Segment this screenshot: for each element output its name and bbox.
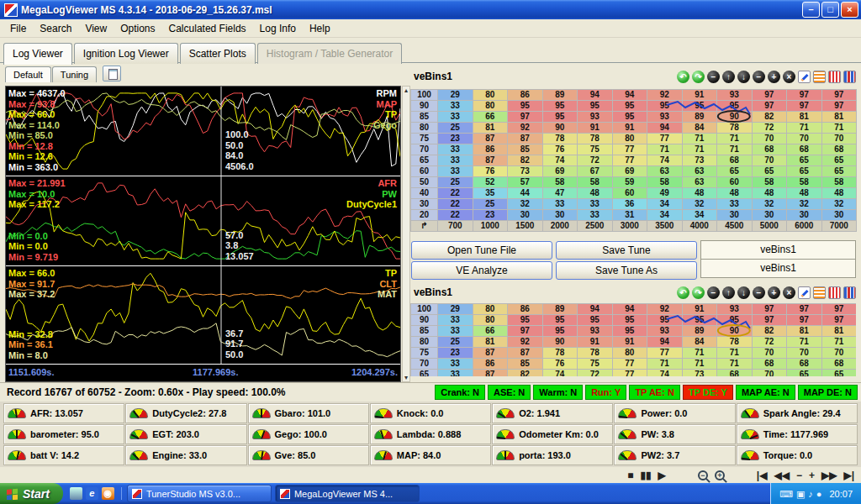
ve-cell[interactable]: 97 — [752, 304, 787, 315]
ve-cell[interactable]: 95 — [682, 315, 717, 326]
ve-cell[interactable]: 86 — [473, 144, 508, 155]
ve-cell[interactable]: 71 — [787, 337, 822, 348]
ve-cell[interactable]: 73 — [508, 166, 543, 177]
ve-cell[interactable]: 58 — [821, 177, 857, 188]
table-chart-icon[interactable] — [843, 286, 856, 299]
ve-cell[interactable]: 48 — [821, 188, 857, 199]
menu-file[interactable]: File — [3, 20, 33, 37]
ve-cell[interactable]: 97 — [821, 101, 857, 112]
ve-cell[interactable]: 71 — [682, 348, 717, 359]
menu-calculated-fields[interactable]: Calculated Fields — [162, 20, 253, 37]
ve-cell[interactable]: 90 — [717, 112, 753, 123]
ve-cell[interactable]: 30 — [752, 210, 787, 221]
ve-cell[interactable]: 97 — [821, 315, 856, 326]
ve-cell[interactable]: 80 — [473, 90, 508, 101]
scale-up-icon[interactable]: + — [768, 71, 780, 83]
ve-cell[interactable]: 80 — [612, 134, 647, 144]
ve-cell[interactable]: 65 — [787, 166, 822, 177]
ve-cell[interactable]: 86 — [473, 359, 508, 370]
ve-cell[interactable]: 97 — [787, 315, 822, 326]
tray-display-icon[interactable]: ▣ — [796, 489, 805, 499]
ve-cell[interactable]: 76 — [473, 166, 508, 177]
ve-cell[interactable]: 81 — [473, 337, 508, 348]
ve-cell[interactable]: 32 — [752, 199, 787, 210]
table-list-item[interactable]: veBins1 — [700, 240, 856, 260]
fast-back-button[interactable]: ◀◀ — [774, 469, 789, 482]
ve-cell[interactable]: 70 — [752, 370, 787, 377]
ve-cell[interactable]: 90 — [717, 326, 753, 337]
ve-cell[interactable]: 76 — [542, 359, 578, 370]
new-view-page-icon[interactable] — [103, 66, 121, 81]
ve-cell[interactable]: 71 — [682, 134, 717, 144]
menu-help[interactable]: Help — [303, 20, 337, 37]
ve-cell[interactable]: 73 — [682, 370, 717, 377]
step-plus-button[interactable]: + — [809, 469, 815, 482]
ve-cell[interactable]: 70 — [821, 348, 856, 359]
close-button[interactable]: × — [841, 2, 858, 18]
ve-cell[interactable]: 33 — [542, 199, 578, 210]
ve-cell[interactable]: 95 — [647, 315, 683, 326]
ve-cell[interactable]: 95 — [612, 101, 647, 112]
ve-cell[interactable]: 94 — [578, 90, 613, 101]
shift-down-icon[interactable]: ↓ — [737, 286, 750, 299]
ve-cell[interactable]: 33 — [438, 112, 473, 123]
ve-cell[interactable]: 65 — [752, 166, 787, 177]
ve-cell[interactable]: 68 — [717, 155, 753, 166]
log-graph-area[interactable]: Max = 4637.0Max = 93.8Max = 66.0Max = 11… — [5, 86, 401, 382]
ve-cell[interactable]: 65 — [787, 155, 822, 166]
ve-cell[interactable]: 85 — [508, 359, 543, 370]
taskbar-task-megalogviewer-ms-4[interactable]: MegaLogViewer MS 4... — [275, 485, 420, 502]
taskbar-task-tunerstudio-ms-v3-0[interactable]: TunerStudio MS v3.0... — [127, 485, 272, 502]
ve-cell[interactable]: 70 — [752, 155, 787, 166]
ve-cell[interactable]: 97 — [508, 326, 543, 337]
ve-cell[interactable]: 33 — [578, 210, 613, 221]
view-tab-tuning[interactable]: Tuning — [52, 66, 97, 82]
ve-cell[interactable]: 65 — [821, 166, 857, 177]
ve-cell[interactable]: 80 — [473, 304, 508, 315]
ve-cell[interactable]: 66 — [473, 326, 508, 337]
ve-cell[interactable]: 78 — [578, 348, 613, 359]
ve-cell[interactable]: 74 — [647, 155, 683, 166]
ve-cell[interactable]: 22 — [438, 210, 473, 221]
go-last-button[interactable]: ▶| — [843, 469, 854, 482]
shift-up-icon[interactable]: ↑ — [722, 286, 735, 299]
ve-cell[interactable]: 48 — [717, 188, 753, 199]
shift-down-icon[interactable]: ↓ — [737, 71, 750, 83]
ve-cell[interactable]: 74 — [647, 370, 683, 377]
ve-cell[interactable]: 74 — [542, 155, 578, 166]
tab-scatter-plots[interactable]: Scatter Plots — [180, 43, 256, 64]
ve-cell[interactable]: 25 — [438, 337, 473, 348]
ve-cell[interactable]: 97 — [508, 112, 543, 123]
ve-cell[interactable]: 80 — [473, 101, 508, 112]
ve-cell[interactable]: 70 — [821, 134, 857, 144]
ve-cell[interactable]: 86 — [508, 90, 543, 101]
ve-cell[interactable]: 29 — [438, 90, 473, 101]
ve-cell[interactable]: 97 — [752, 101, 787, 112]
ve-cell[interactable]: 57 — [508, 177, 543, 188]
ve-cell[interactable]: 33 — [438, 166, 473, 177]
ve-cell[interactable]: 35 — [473, 188, 508, 199]
play-button[interactable]: ▶ — [658, 469, 666, 482]
media-player-icon[interactable]: ◉ — [102, 487, 114, 500]
ve-cell[interactable]: 71 — [682, 144, 717, 155]
ve-cell[interactable]: 58 — [578, 177, 613, 188]
ve-cell[interactable]: 95 — [578, 101, 613, 112]
ve-cell[interactable]: 32 — [821, 199, 857, 210]
ve-cell[interactable]: 89 — [542, 90, 578, 101]
zoom-in-button[interactable]: + — [715, 470, 725, 480]
ve-cell[interactable]: 22 — [438, 199, 473, 210]
ve-cell[interactable]: 95 — [682, 101, 717, 112]
ve-cell[interactable]: 95 — [508, 315, 543, 326]
ve-cell[interactable]: 78 — [578, 134, 613, 144]
ve-cell[interactable]: 90 — [542, 337, 578, 348]
ve-cell[interactable]: 78 — [542, 348, 578, 359]
ve-cell[interactable]: 81 — [787, 326, 822, 337]
ve-cell[interactable]: 33 — [438, 359, 473, 370]
ve-cell[interactable]: 89 — [542, 304, 578, 315]
ve-cell[interactable]: 94 — [612, 90, 647, 101]
ve-cell[interactable]: 87 — [473, 370, 508, 377]
ve-cell[interactable]: 25 — [473, 199, 508, 210]
ve-cell[interactable]: 95 — [612, 326, 647, 337]
edit-pencil-icon[interactable] — [798, 286, 811, 299]
decrease-cell-icon[interactable]: − — [707, 71, 720, 83]
